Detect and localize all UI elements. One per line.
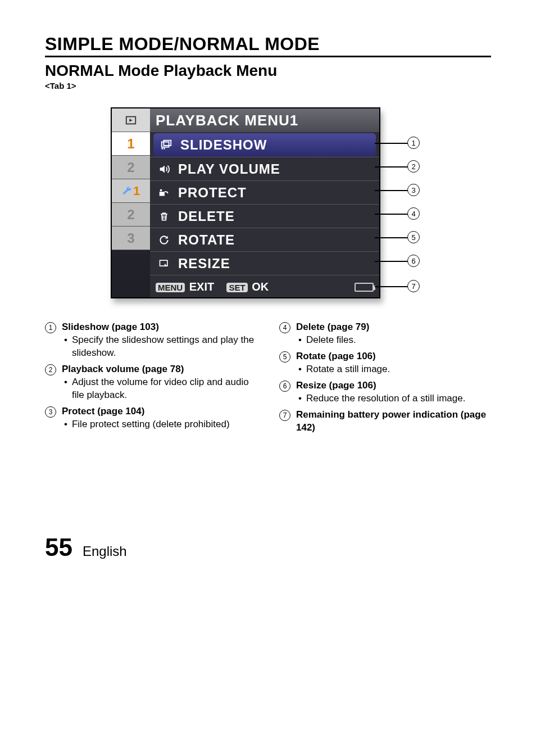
description-columns: 1 Slideshow (page 103) •Specify the slid…	[45, 321, 491, 438]
menu-row-label: DELETE	[178, 209, 235, 224]
menu-row-label: ROTATE	[178, 232, 235, 248]
battery-icon	[355, 283, 374, 292]
menu-row-slideshow: SLIDESHOW	[153, 133, 376, 157]
protect-icon	[157, 187, 171, 199]
menu-row-label: SLIDESHOW	[180, 137, 267, 153]
desc-num: 3	[45, 406, 56, 418]
subsection-heading: NORMAL Mode Playback Menu	[45, 62, 491, 80]
desc-item: 4 Delete (page 79) •Delete files.	[279, 321, 491, 347]
callout-line	[375, 237, 408, 238]
menu-bottom-bar: MENU EXIT SET OK	[150, 275, 379, 298]
svg-point-7	[160, 189, 162, 191]
desc-num: 7	[279, 410, 290, 421]
callout-badge-4: 4	[407, 207, 420, 220]
rotate-icon	[157, 234, 171, 246]
desc-title: Resize (page 106)	[296, 379, 491, 392]
desc-item: 7 Remaining battery power indication (pa…	[279, 409, 491, 434]
footer-language: English	[83, 544, 127, 559]
menu-key-label: MENU	[156, 283, 185, 292]
trash-icon	[157, 211, 171, 222]
exit-label: EXIT	[189, 280, 214, 293]
callout-badge-6: 6	[407, 255, 420, 267]
desc-item: 3 Protect (page 104) •File protect setti…	[45, 405, 257, 431]
menu-row-resize: RESIZE	[150, 251, 379, 275]
svg-point-5	[163, 148, 165, 150]
desc-num: 2	[45, 364, 56, 375]
svg-rect-2	[162, 142, 169, 147]
menu-row-label: RESIZE	[178, 256, 230, 271]
desc-title: Slideshow (page 103)	[62, 321, 257, 334]
desc-body: Specify the slideshow settings and play …	[72, 334, 257, 360]
tab-label: <Tab 1>	[45, 81, 491, 90]
callout-line	[375, 143, 408, 144]
desc-item: 6 Resize (page 106) •Reduce the resoluti…	[279, 379, 491, 405]
resize-icon	[157, 258, 171, 269]
menu-row-protect: PROTECT	[150, 180, 379, 204]
callout-line	[375, 214, 408, 215]
desc-num: 4	[279, 322, 290, 333]
callout-badge-5: 5	[407, 231, 420, 243]
desc-body: File protect setting (delete prohibited)	[72, 418, 230, 431]
playback-mode-icon	[112, 108, 150, 132]
desc-title: Delete (page 79)	[296, 321, 491, 334]
desc-num: 5	[279, 351, 290, 363]
svg-rect-3	[163, 141, 171, 146]
svg-rect-6	[160, 192, 165, 196]
setup-mode-icon: 1	[112, 179, 150, 203]
callout-badge-2: 2	[407, 160, 420, 173]
left-tab-setup-3: 3	[112, 227, 150, 250]
slideshow-icon	[159, 139, 174, 151]
divider	[45, 56, 491, 57]
page-number: 55	[45, 533, 72, 562]
menu-title: PLAYBACK MENU1	[150, 108, 379, 132]
desc-item: 2 Playback volume (page 78) •Adjust the …	[45, 363, 257, 402]
section-heading: SIMPLE MODE/NORMAL MODE	[45, 34, 491, 55]
desc-title: Rotate (page 106)	[296, 350, 491, 363]
desc-item: 1 Slideshow (page 103) •Specify the slid…	[45, 321, 257, 360]
callout-badge-3: 3	[407, 184, 420, 196]
svg-point-4	[161, 148, 163, 150]
menu-row-play-volume: PLAY VOLUME	[150, 157, 379, 180]
desc-body: Adjust the volume for video clip and aud…	[72, 376, 257, 402]
desc-body: Delete files.	[306, 334, 356, 347]
callout-badge-1: 1	[407, 137, 420, 149]
left-tab-play-1: 1	[112, 132, 150, 156]
svg-marker-1	[129, 119, 133, 122]
menu-row-label: PLAY VOLUME	[178, 161, 280, 177]
desc-item: 5 Rotate (page 106) •Rotate a still imag…	[279, 350, 491, 376]
callout-line	[375, 286, 408, 287]
desc-title: Playback volume (page 78)	[62, 363, 257, 376]
desc-body: Rotate a still image.	[306, 363, 390, 376]
desc-title: Protect (page 104)	[62, 405, 257, 418]
lcd-menu-panel: PLAYBACK MENU1 SLIDESHOW PLAY VOLUME	[150, 108, 379, 297]
callout-line	[375, 261, 408, 262]
ok-label: OK	[252, 280, 269, 293]
callout-line	[375, 190, 408, 191]
desc-num: 6	[279, 381, 290, 392]
lcd-diagram: 1 2 1 2 3 PLAYBACK MENU1 SLIDE	[111, 107, 425, 298]
left-tab-play-2: 2	[112, 156, 150, 179]
callout-badge-7: 7	[407, 280, 420, 292]
desc-title: Remaining battery power indication (page…	[296, 409, 491, 434]
menu-row-rotate: ROTATE	[150, 228, 379, 251]
desc-num: 1	[45, 322, 56, 333]
lcd-left-tabs: 1 2 1 2 3	[112, 108, 150, 297]
menu-row-label: PROTECT	[178, 185, 247, 201]
menu-row-delete: DELETE	[150, 204, 379, 228]
set-key-label: SET	[226, 283, 247, 292]
desc-body: Reduce the resolution of a still image.	[306, 392, 466, 405]
left-tab-setup-2: 2	[112, 203, 150, 227]
callout-line	[375, 166, 408, 168]
page-footer: 55 English	[45, 533, 491, 562]
volume-icon	[157, 163, 171, 175]
